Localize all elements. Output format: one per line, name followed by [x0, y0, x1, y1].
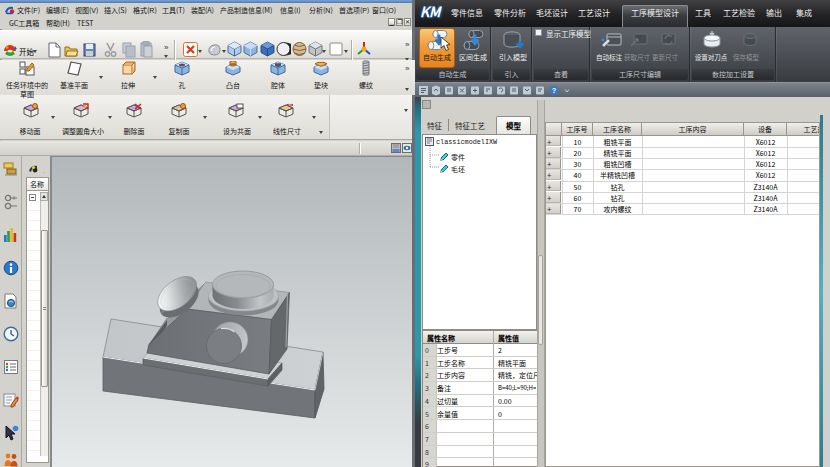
svg-text:?: ?	[552, 85, 557, 95]
